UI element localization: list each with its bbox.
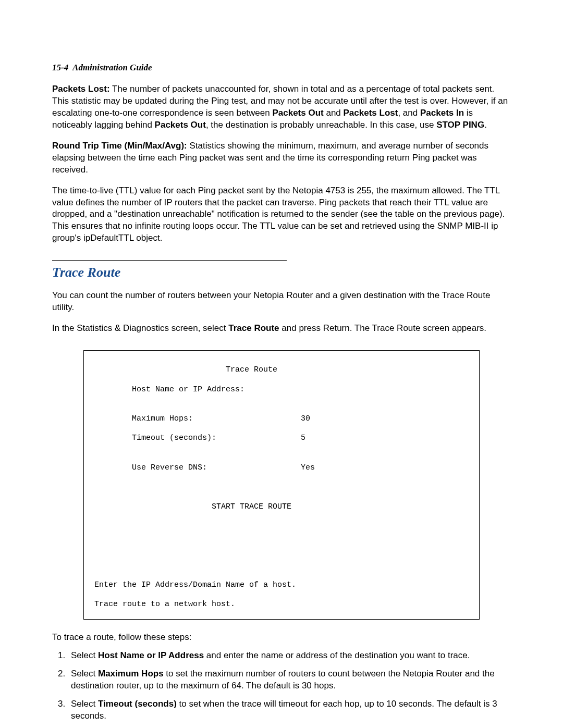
page-number: 15-4	[52, 63, 68, 72]
console-action-start: START TRACE ROUTE	[94, 502, 469, 512]
console-row-reversedns: Use Reverse DNS: Yes	[94, 463, 469, 473]
step-2: Select Maximum Hops to set the maximum n…	[68, 668, 511, 692]
console-value-reversedns: Yes	[301, 463, 315, 472]
console-row-timeout: Timeout (seconds): 5	[94, 434, 469, 443]
steps-intro: To trace a route, follow these steps:	[52, 632, 511, 643]
console-row-maxhops: Maximum Hops: 30	[94, 414, 469, 424]
console-title: Trace Route	[94, 365, 469, 375]
term-packets-lost: Packets Lost:	[52, 84, 110, 94]
step-1: Select Host Name or IP Address and enter…	[68, 650, 511, 662]
page-header: 15-4 Administration Guide	[52, 63, 511, 73]
console-value-maxhops: 30	[301, 414, 310, 423]
console-row-host: Host Name or IP Address:	[94, 385, 469, 395]
console-hint-1: Enter the IP Address/Domain Name of a ho…	[94, 581, 469, 590]
step-3: Select Timeout (seconds) to set when the…	[68, 698, 511, 722]
steps-list: Select Host Name or IP Address and enter…	[52, 650, 511, 722]
console-hint-2: Trace route to a network host.	[94, 600, 469, 610]
paragraph-trace-intro-2: In the Statistics & Diagnostics screen, …	[52, 323, 511, 335]
page-title: Administration Guide	[72, 63, 152, 72]
console-value-timeout: 5	[301, 434, 305, 442]
console-trace-route: Trace Route Host Name or IP Address: Max…	[83, 350, 480, 620]
paragraph-ttl: The time-to-live (TTL) value for each Pi…	[52, 185, 511, 245]
heading-trace-route: Trace Route	[52, 265, 511, 280]
paragraph-trace-intro-1: You can count the number of routers betw…	[52, 290, 511, 314]
page-content: 15-4 Administration Guide Packets Lost: …	[0, 0, 563, 728]
term-round-trip: Round Trip Time (Min/Max/Avg):	[52, 141, 187, 151]
paragraph-packets-lost: Packets Lost: The number of packets unac…	[52, 83, 511, 131]
paragraph-round-trip: Round Trip Time (Min/Max/Avg): Statistic…	[52, 140, 511, 176]
section-divider	[52, 260, 287, 261]
